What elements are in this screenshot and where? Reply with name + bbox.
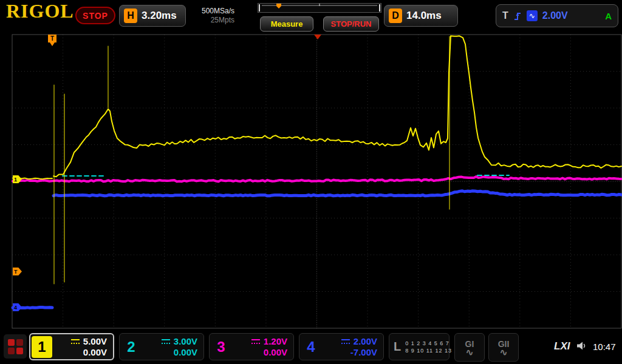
channel-2-number: 2 [121,336,142,358]
wavebar-svg [258,4,381,12]
menu-tile-icon [16,348,23,354]
generator-1-button[interactable]: GI ∿ [454,333,485,362]
trigger-level-value: 2.00V [542,10,568,21]
channel-block-2[interactable]: 2 3.00V 0.00V [119,333,204,360]
ch1-trace-main [53,36,621,177]
acquisition-status-badge: STOP [75,7,115,24]
trigger-slope-icon [513,10,522,21]
horizontal-scale-panel: H 3.20ms [119,5,186,27]
acquisition-info: 500MSa/s 25Mpts [187,7,234,25]
sine-wave-icon: ∿ [466,349,474,356]
coupling-icon [71,339,80,344]
channel-1-number: 1 [32,336,52,358]
channel-3-offset: 0.00V [264,347,287,357]
menu-tile-icon [8,339,15,346]
channel-1-info: 5.00V 0.00V [55,336,112,357]
channel-1-offset: 0.00V [83,347,107,357]
sine-wave-icon: ∿ [500,349,508,356]
digital-label: L [394,340,401,354]
channel-4-scale: 2.00V [354,336,377,346]
bottom-bar: 1 5.00V 0.00V 2 3.00V 0.00V 3 1.20V 0.00… [0,329,622,364]
ch4-trace-main [53,191,621,196]
ch3-trace [13,177,621,181]
delay-value: 14.0ms [406,10,442,22]
measure-button[interactable]: Measure [260,16,313,32]
scope-svg [0,33,622,329]
waveform-position-bar[interactable] [258,3,381,13]
menu-tile-icon [8,348,15,354]
channel-3-number: 3 [211,336,231,358]
memory-depth: 25Mpts [187,16,234,25]
h-badge: H [124,8,137,23]
coupling-icon [162,339,170,344]
top-bar: RIGOL STOP H 3.20ms 500MSa/s 25Mpts Meas… [0,0,622,33]
speaker-icon[interactable] [576,341,588,351]
channel-block-1[interactable]: 1 5.00V 0.00V [29,333,114,360]
channel-4-number: 4 [301,336,321,358]
oscilloscope-ui: { "header": { "logo": "RIGOL", "stop_bad… [0,0,622,364]
scope-screen: T 1 T 4 [0,33,622,329]
sample-rate: 500MSa/s [187,7,234,16]
coupling-icon [341,339,350,344]
clock: 10:47 [593,342,616,352]
channel-2-info: 3.00V 0.00V [144,336,202,357]
digital-channels-block[interactable]: L 0 1 2 3 4 5 6 7 8 9 10 11 12 13 14 15 [389,333,449,360]
wavebar-trigger-position-icon [276,4,281,8]
channel-3-info: 1.20V 0.00V [234,336,292,357]
trigger-mode: A [605,11,612,21]
trigger-source-icon: ∿ [527,10,538,21]
channel-3-scale: 1.20V [264,336,287,346]
generator-2-button[interactable]: GII ∿ [488,333,519,362]
delay-panel: D 14.0ms [384,5,458,27]
channel-4-offset: -7.00V [350,347,377,357]
trigger-panel[interactable]: T ∿ 2.00V A [496,4,618,27]
d-badge: D [389,8,402,23]
channel-block-3[interactable]: 3 1.20V 0.00V [209,333,294,360]
channel-2-offset: 0.00V [174,347,197,357]
trigger-position-marker[interactable]: T [48,35,56,42]
menu-tile-icon [16,339,23,346]
lxi-logo: LXI [554,340,570,352]
stop-run-button[interactable]: STOP/RUN [323,16,379,32]
channel-4-info: 2.00V -7.00V [324,336,382,357]
channel-1-scale: 5.00V [83,336,107,346]
channel-block-4[interactable]: 4 2.00V -7.00V [299,333,384,360]
menu-button[interactable] [4,334,27,359]
channel-2-scale: 3.00V [174,336,197,346]
horizontal-scale-value: 3.20ms [142,10,177,22]
coupling-icon [251,339,260,344]
trigger-label: T [502,10,508,21]
rigol-logo: RIGOL [6,0,74,22]
center-time-marker-icon [314,35,321,39]
